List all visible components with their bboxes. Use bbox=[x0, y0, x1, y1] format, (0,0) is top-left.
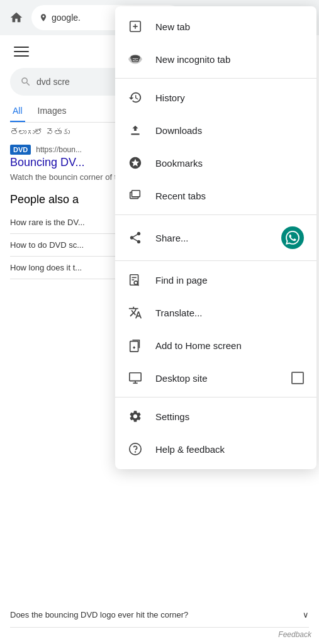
dvd-badge: DVD bbox=[10, 145, 31, 155]
incognito-label: New incognito tab bbox=[155, 54, 304, 65]
bookmarks-label: Bookmarks bbox=[155, 158, 304, 169]
faq-item[interactable]: Does the bouncing DVD logo ever hit the … bbox=[10, 602, 309, 628]
downloads-icon bbox=[128, 123, 143, 138]
tab-all[interactable]: All bbox=[10, 101, 25, 122]
svg-rect-11 bbox=[131, 56, 140, 58]
settings-icon bbox=[128, 409, 143, 424]
menu-item-incognito[interactable]: New incognito tab bbox=[115, 43, 316, 75]
context-menu: New tab New incognito tab History bbox=[115, 6, 316, 469]
divider-1 bbox=[115, 78, 316, 79]
svg-rect-13 bbox=[132, 191, 140, 197]
help-icon bbox=[128, 441, 143, 457]
menu-item-new-tab[interactable]: New tab bbox=[115, 10, 316, 43]
add-home-label: Add to Home screen bbox=[155, 340, 304, 351]
share-icon bbox=[128, 230, 143, 245]
menu-item-desktop[interactable]: Desktop site bbox=[115, 362, 316, 394]
search-query: dvd scre bbox=[36, 77, 70, 87]
share-label: Share... bbox=[155, 233, 269, 243]
faq-question: Does the bouncing DVD logo ever hit the … bbox=[10, 610, 188, 619]
feedback-link[interactable]: Feedback bbox=[271, 625, 319, 644]
svg-point-25 bbox=[130, 443, 141, 455]
home-button[interactable] bbox=[5, 6, 28, 29]
help-label: Help & feedback bbox=[155, 444, 304, 455]
menu-item-find[interactable]: Find in page bbox=[115, 264, 316, 296]
svg-rect-19 bbox=[130, 341, 138, 352]
history-icon bbox=[128, 90, 143, 105]
faq-chevron: ∨ bbox=[303, 610, 309, 619]
recent-tabs-label: Recent tabs bbox=[155, 191, 304, 201]
desktop-label: Desktop site bbox=[155, 373, 279, 384]
menu-item-help[interactable]: Help & feedback bbox=[115, 433, 316, 465]
downloads-label: Downloads bbox=[155, 125, 304, 136]
menu-item-add-home[interactable]: Add to Home screen bbox=[115, 329, 316, 362]
translate-icon bbox=[128, 305, 143, 320]
tab-images[interactable]: Images bbox=[35, 101, 69, 122]
translate-label: Translate... bbox=[155, 308, 304, 318]
address-text: google. bbox=[52, 13, 81, 23]
divider-2 bbox=[115, 214, 316, 215]
whatsapp-badge bbox=[281, 226, 304, 249]
divider-3 bbox=[115, 260, 316, 261]
svg-point-26 bbox=[135, 452, 136, 452]
settings-label: Settings bbox=[155, 411, 304, 422]
menu-item-downloads[interactable]: Downloads bbox=[115, 114, 316, 147]
desktop-checkbox[interactable] bbox=[291, 372, 304, 384]
svg-point-10 bbox=[136, 59, 137, 60]
recent-tabs-icon bbox=[128, 188, 143, 203]
new-tab-icon bbox=[128, 19, 143, 34]
menu-item-bookmarks[interactable]: Bookmarks bbox=[115, 147, 316, 179]
svg-rect-22 bbox=[130, 373, 141, 381]
menu-item-history[interactable]: History bbox=[115, 81, 316, 114]
bookmarks-icon bbox=[128, 155, 143, 170]
result-url: https://boun... bbox=[36, 145, 82, 154]
menu-item-settings[interactable]: Settings bbox=[115, 400, 316, 433]
svg-point-15 bbox=[134, 281, 138, 285]
add-home-icon bbox=[128, 338, 143, 353]
new-tab-label: New tab bbox=[155, 21, 304, 32]
incognito-icon bbox=[128, 52, 143, 67]
divider-4 bbox=[115, 397, 316, 397]
history-label: History bbox=[155, 92, 304, 103]
find-label: Find in page bbox=[155, 275, 304, 286]
hamburger-menu[interactable] bbox=[10, 40, 33, 63]
svg-point-9 bbox=[133, 59, 134, 60]
menu-item-recent-tabs[interactable]: Recent tabs bbox=[115, 179, 316, 212]
menu-item-share[interactable]: Share... bbox=[115, 218, 316, 258]
find-icon bbox=[128, 272, 143, 287]
desktop-icon bbox=[128, 370, 143, 386]
menu-item-translate[interactable]: Translate... bbox=[115, 296, 316, 329]
